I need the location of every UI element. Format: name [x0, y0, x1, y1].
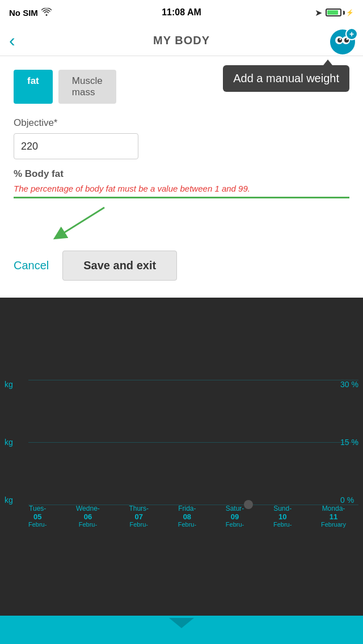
carrier-wifi: No SIM — [9, 8, 52, 18]
save-exit-button[interactable]: Save and exit — [62, 251, 177, 281]
y-label-bottom-left: kg — [5, 495, 13, 505]
x-label-thu: Thurs- 07 Febru- — [129, 505, 149, 528]
app-header: ‹ MY BODY + — [0, 25, 363, 56]
y-label-top-right: 30 % — [340, 380, 358, 389]
x-label-mon: Monda- 11 February — [321, 505, 346, 528]
objective-label: Objective* — [14, 117, 349, 129]
body-fat-label: % Body fat — [14, 168, 349, 180]
status-time: 11:08 AM — [162, 7, 201, 18]
green-arrow-icon — [48, 202, 116, 242]
modal-form: fat Musclemass Objective* % Body fat The… — [0, 56, 363, 298]
location-icon: ➤ — [315, 7, 322, 18]
add-weight-icon[interactable]: + — [328, 26, 357, 56]
chart-gridline-top — [28, 380, 358, 380]
form-buttons: Cancel Save and exit — [14, 251, 349, 286]
x-label-sun: Sund- 10 Febru- — [273, 505, 292, 528]
svg-line-10 — [59, 207, 104, 236]
svg-text:+: + — [349, 29, 354, 39]
status-bar: No SIM 11:08 AM ➤ ⚡ — [0, 0, 363, 25]
page-title: MY BODY — [153, 34, 210, 47]
arrow-container — [14, 207, 349, 242]
carrier-label: No SIM — [9, 8, 38, 18]
tab-fat[interactable]: fat — [14, 70, 53, 104]
green-underline — [14, 197, 349, 198]
svg-point-5 — [340, 39, 341, 40]
x-label-sat: Satur- 09 Febru- — [226, 505, 244, 528]
tab-muscle-mass[interactable]: Musclemass — [58, 70, 116, 104]
charging-icon: ⚡ — [346, 9, 354, 16]
y-label-bottom-right: 0 % — [340, 495, 358, 505]
battery-icon: ⚡ — [326, 9, 354, 16]
wifi-icon — [41, 8, 52, 18]
bottom-bar — [0, 616, 363, 644]
objective-input[interactable] — [14, 133, 138, 159]
y-axis-left: kg kg kg — [5, 380, 13, 505]
add-weight-tooltip: Add a manual weight — [223, 65, 349, 92]
x-axis-labels: Tues- 05 Febru- Wedne- 06 Febru- Thurs- … — [28, 505, 346, 528]
x-label-tue: Tues- 05 Febru- — [28, 505, 47, 528]
x-label-fri: Frida- 08 Febru- — [178, 505, 196, 528]
cancel-button[interactable]: Cancel — [14, 253, 49, 278]
y-label-top-left: kg — [5, 380, 13, 389]
status-right-icons: ➤ ⚡ — [315, 7, 354, 18]
chart-area: kg kg kg 30 % 15 % 0 % Tues- 05 Febru- W… — [0, 363, 363, 578]
back-button[interactable]: ‹ — [9, 31, 15, 49]
bottom-triangle — [169, 618, 194, 628]
x-label-wed: Wedne- 06 Febru- — [76, 505, 100, 528]
error-message: The percentage of body fat must be a val… — [14, 183, 349, 194]
y-label-mid-left: kg — [5, 438, 13, 447]
chart-gridline-mid — [28, 442, 358, 443]
